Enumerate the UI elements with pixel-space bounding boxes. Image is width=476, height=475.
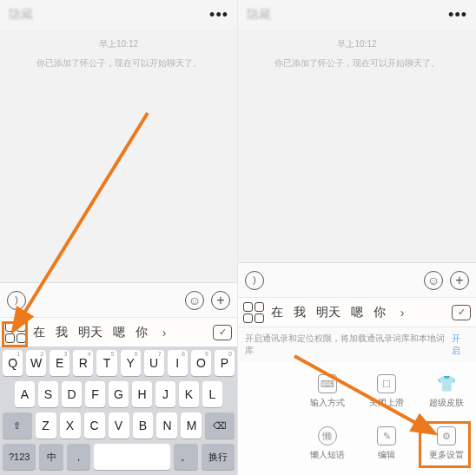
plus-circle-icon[interactable] [211,291,230,310]
keyboard: Q1 W2 E3 R4 T5 Y6 U7 I8 O9 P0 A S D F G … [0,346,237,475]
kb-row-2: A S D F G H J K L [3,381,235,407]
candidate-word[interactable]: 我 [290,305,309,320]
input-bar [238,262,476,297]
key-m[interactable]: M [181,412,202,439]
settings-grid: ⌨ 输入方式 ☐ 关闭上滑 👕 超级皮肤 懒 懒人短语 ✎ 编辑 ⚙ [238,362,476,475]
hint-text: 开启通讯录和定位权限，将加载通讯录词库和本地词库 [245,333,452,357]
candidate-word[interactable]: 在 [30,325,49,340]
key-d[interactable]: D [62,381,82,407]
key-t[interactable]: T5 [96,350,116,376]
key-q[interactable]: Q1 [3,350,23,376]
edit-icon: ✎ [377,426,396,445]
chat-title: 隐藏 [9,7,33,23]
settings-item-super-skin[interactable]: 👕 超级皮肤 [417,366,477,418]
key-a[interactable]: A [15,381,35,407]
key-f[interactable]: F [85,381,105,407]
chat-header: 隐藏 ••• [238,0,476,30]
key-u[interactable]: U7 [144,350,164,376]
chevron-icon[interactable]: › [155,325,174,340]
quick-phrase-icon: 懒 [318,426,337,445]
candidate-word[interactable]: 你 [132,325,151,340]
key-space[interactable] [94,444,170,470]
candidate-word[interactable]: 明天 [75,325,106,340]
chevron-icon[interactable]: › [393,305,412,320]
key-c[interactable]: C [84,412,105,439]
input-bar [0,282,237,317]
settings-item-quick-phrase[interactable]: 懒 懒人短语 [298,418,358,470]
settings-item-close-swipe[interactable]: ☐ 关闭上滑 [357,366,417,418]
key-k[interactable]: K [179,381,199,407]
chat-title: 隐藏 [247,7,271,23]
grid-icon[interactable] [243,302,264,323]
key-backspace[interactable]: ⌫ [205,412,235,439]
check-list-icon[interactable]: ✓ [213,325,232,340]
swipe-icon: ☐ [377,374,396,393]
more-horizontal-icon[interactable]: ••• [209,6,228,24]
sound-icon[interactable] [7,291,26,310]
key-lang[interactable]: 中 [39,444,63,470]
chat-area: 早上10:12 你已添加了怀公子，现在可以开始聊天了。 [0,30,237,282]
key-b[interactable]: B [133,412,154,439]
key-g[interactable]: G [109,381,129,407]
candidate-word[interactable]: 嗯 [109,325,129,340]
key-n[interactable]: N [156,412,177,439]
left-panel: 隐藏 ••• 早上10:12 你已添加了怀公子，现在可以开始聊天了。 在 我 明… [0,0,238,475]
right-panel: 隐藏 ••• 早上10:12 你已添加了怀公子，现在可以开始聊天了。 在 我 明… [238,0,476,475]
chat-time: 早上10:12 [337,38,376,50]
system-message: 你已添加了怀公子，现在可以开始聊天了。 [36,57,202,69]
gear-icon: ⚙ [437,426,456,445]
keyboard-icon: ⌨ [318,374,337,393]
kb-row-1: Q1 W2 E3 R4 T5 Y6 U7 I8 O9 P0 [3,350,235,376]
key-s[interactable]: S [38,381,58,407]
settings-item-input-method[interactable]: ⌨ 输入方式 [298,366,358,418]
key-l[interactable]: L [202,381,222,407]
key-p[interactable]: P0 [215,350,235,376]
key-o[interactable]: O9 [191,350,211,376]
key-e[interactable]: E3 [50,350,69,376]
settings-item-more-settings[interactable]: ⚙ 更多设置 [417,418,477,470]
chat-time: 早上10:12 [99,38,138,50]
candidate-row: 在 我 明天 嗯 你 › ✓ [0,317,237,346]
smile-icon[interactable] [424,271,443,290]
chat-header: 隐藏 ••• [0,0,237,30]
smile-icon[interactable] [185,291,204,310]
key-j[interactable]: J [155,381,175,407]
key-r[interactable]: R4 [73,350,93,376]
kb-row-4: ?123 中 ， 。 换行 [3,444,235,470]
key-z[interactable]: Z [36,412,56,439]
key-num[interactable]: ?123 [3,444,36,470]
kb-row-3: ⇧ Z X C V B N M ⌫ [3,412,235,439]
system-message: 你已添加了怀公子，现在可以开始聊天了。 [274,57,440,69]
key-enter[interactable]: 换行 [202,444,235,470]
chat-area: 早上10:12 你已添加了怀公子，现在可以开始聊天了。 [238,30,476,262]
more-horizontal-icon[interactable]: ••• [448,6,467,24]
key-x[interactable]: X [60,412,81,439]
settings-hint: 开启通讯录和定位权限，将加载通讯录词库和本地词库 开启 [238,327,476,362]
key-shift[interactable]: ⇧ [3,412,32,439]
tshirt-icon: 👕 [437,374,456,393]
candidate-word[interactable]: 你 [370,305,389,320]
hint-action[interactable]: 开启 [452,333,469,357]
key-w[interactable]: W2 [26,350,46,376]
grid-icon[interactable] [5,322,26,343]
plus-circle-icon[interactable] [450,271,469,290]
candidate-word[interactable]: 在 [268,305,287,320]
candidate-row: 在 我 明天 嗯 你 › ✓ [238,297,476,327]
sound-icon[interactable] [245,271,264,290]
key-h[interactable]: H [132,381,152,407]
settings-item-edit[interactable]: ✎ 编辑 [357,418,417,470]
candidate-word[interactable]: 明天 [313,305,344,320]
key-period[interactable]: 。 [174,444,197,470]
candidate-word[interactable]: 嗯 [347,305,367,320]
key-i[interactable]: I8 [168,350,188,376]
key-comma[interactable]: ， [67,444,90,470]
candidate-word[interactable]: 我 [52,325,71,340]
key-y[interactable]: Y6 [121,350,141,376]
check-list-icon[interactable]: ✓ [452,305,471,320]
key-v[interactable]: V [109,412,129,439]
